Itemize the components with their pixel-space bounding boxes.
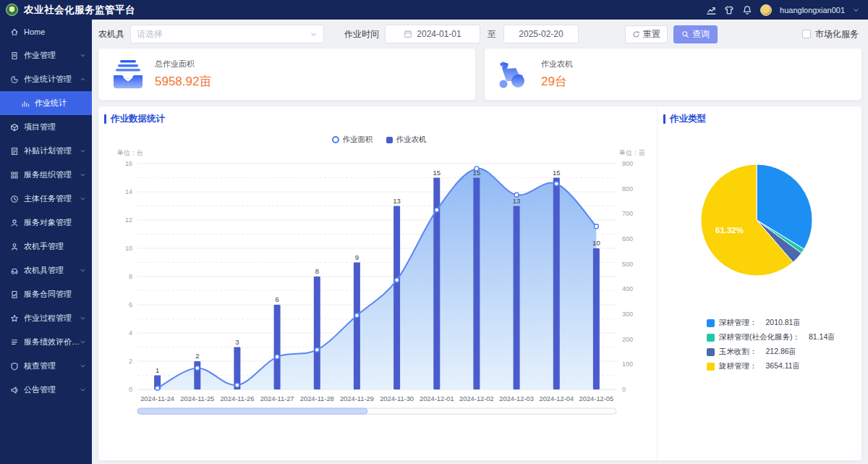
svg-text:6: 6 <box>275 295 278 303</box>
sidebar-item-work-mgmt[interactable]: 作业管理 <box>0 43 92 67</box>
svg-text:2024-12-04: 2024-12-04 <box>540 395 574 402</box>
bar-2024-11-27[interactable] <box>274 305 281 389</box>
chart-icon <box>10 75 19 84</box>
sidebar-item-project-mgmt[interactable]: 项目管理 <box>0 115 92 139</box>
bar-2024-11-28[interactable] <box>314 277 320 389</box>
legend-item-area[interactable]: 作业面积 <box>332 135 373 145</box>
calendar-icon <box>404 30 412 38</box>
sidebar-item-machinery-mgmt[interactable]: 农机具管理 <box>0 258 92 282</box>
sidebar-item-work-process-mgmt[interactable]: 作业过程管理 <box>0 306 92 330</box>
marker-2024-11-30[interactable] <box>395 278 399 282</box>
query-button[interactable]: 查询 <box>673 25 718 43</box>
task-icon <box>10 195 19 203</box>
chevron-down-icon <box>310 30 318 38</box>
machine-filter-label: 农机具 <box>98 28 124 41</box>
chevron-down-icon[interactable] <box>853 7 859 13</box>
chevron-down-icon <box>80 52 86 59</box>
marker-2024-11-25[interactable] <box>195 366 200 371</box>
market-service-checkbox[interactable] <box>802 30 811 38</box>
svg-text:2024-11-28: 2024-11-28 <box>300 395 334 402</box>
app-root: 农业社会化服务监管平台 huanglongxian001 Home作业管理作业统… <box>0 0 868 464</box>
legend-item-bar[interactable]: 作业农机 <box>386 135 427 145</box>
pie-chart[interactable]: 61.32% <box>663 128 854 311</box>
svg-text:2024-12-02: 2024-12-02 <box>459 395 494 402</box>
area-series[interactable] <box>158 169 597 389</box>
sidebar-item-machine-operator-mgmt[interactable]: 农机手管理 <box>0 235 92 258</box>
marker-2024-12-01[interactable] <box>435 208 439 212</box>
combo-chart[interactable]: 0246810121416010020030040050060070080090… <box>104 146 654 439</box>
main-content: 农机具 请选择 作业时间 2024-01-01 至 2025-02-20 重置 … <box>92 20 868 464</box>
sidebar-item-label: 服务组织管理 <box>24 169 72 180</box>
sidebar-item-subsidy-plan-mgmt[interactable]: 补贴计划管理 <box>0 139 92 163</box>
bar-2024-12-03[interactable] <box>514 206 520 390</box>
top-bar: 农业社会化服务监管平台 huanglongxian001 <box>0 0 868 20</box>
sidebar-item-subject-task-mgmt[interactable]: 主体任务管理 <box>0 187 92 211</box>
svg-text:15: 15 <box>553 169 561 177</box>
sidebar-item-service-object-mgmt[interactable]: 服务对象管理 <box>0 211 92 235</box>
check-icon <box>10 362 19 371</box>
marker-2024-12-05[interactable] <box>594 224 598 229</box>
sidebar-item-work-stat[interactable]: 作业统计 <box>0 91 92 115</box>
chevron-down-icon <box>80 363 86 369</box>
svg-text:8: 8 <box>315 267 319 275</box>
avatar[interactable] <box>760 4 772 16</box>
sidebar-item-verify-mgmt[interactable]: 核查管理 <box>0 354 92 378</box>
marker-2024-12-02[interactable] <box>475 166 479 171</box>
filter-bar: 农机具 请选择 作业时间 2024-01-01 至 2025-02-20 重置 … <box>98 23 861 45</box>
sidebar-item-service-org-mgmt[interactable]: 服务组织管理 <box>0 163 92 187</box>
date-end-input[interactable]: 2025-02-20 <box>503 25 579 43</box>
sidebar-item-work-stat-mgmt[interactable]: 作业统计管理 <box>0 67 92 91</box>
sidebar-item-notice-mgmt[interactable]: 公告管理 <box>0 378 92 402</box>
legend-swatch-icon <box>707 348 715 356</box>
evaluate-icon <box>10 338 19 347</box>
machine-count-value: 29台 <box>541 73 573 90</box>
legend-swatch-icon <box>707 334 715 342</box>
sidebar-item-home[interactable]: Home <box>0 20 92 43</box>
sidebar-item-label: Home <box>24 28 45 36</box>
pie-legend-item-1[interactable]: 深耕管理(社会化服务)：81.14亩 <box>707 332 854 342</box>
marker-2024-11-24[interactable] <box>156 386 160 390</box>
date-start-input[interactable]: 2024-01-01 <box>385 25 480 43</box>
bar-2024-12-04[interactable] <box>553 178 560 390</box>
doc-icon <box>10 51 19 60</box>
machine-select[interactable]: 请选择 <box>130 25 324 43</box>
bell-icon[interactable] <box>742 5 752 15</box>
date-start-value: 2024-01-01 <box>417 29 461 39</box>
range-separator: 至 <box>488 28 496 41</box>
username[interactable]: huanglongxian001 <box>780 6 845 14</box>
sidebar-menu: Home作业管理作业统计管理作业统计项目管理补贴计划管理服务组织管理主体任务管理… <box>0 20 92 402</box>
machine-count-card: 作业农机 29台 <box>485 48 861 100</box>
svg-text:2024-11-26: 2024-11-26 <box>220 395 254 402</box>
sidebar-item-service-contract-mgmt[interactable]: 服务合同管理 <box>0 282 92 306</box>
pie-legend-item-3[interactable]: 旋耕管理：3654.11亩 <box>707 361 854 371</box>
marker-2024-12-04[interactable] <box>554 182 558 186</box>
bar-2024-11-29[interactable] <box>354 263 360 390</box>
sidebar-item-label: 服务对象管理 <box>24 217 72 228</box>
reset-button[interactable]: 重置 <box>625 25 668 43</box>
svg-text:400: 400 <box>622 285 633 292</box>
users-icon <box>10 219 19 227</box>
market-service-toggle[interactable]: 市场化服务 <box>802 28 861 41</box>
pie-legend-item-0[interactable]: 深耕管理：2010.81亩 <box>707 318 854 328</box>
marker-2024-12-03[interactable] <box>514 193 519 197</box>
bar-2024-11-30[interactable] <box>393 206 400 390</box>
chevron-down-icon <box>80 172 86 178</box>
chevron-up-icon <box>80 76 86 83</box>
sidebar-item-label: 作业统计 <box>35 98 67 109</box>
bar-2024-12-05[interactable] <box>593 248 600 389</box>
marker-2024-11-27[interactable] <box>275 355 279 359</box>
zoom-slider-thumb[interactable] <box>137 408 367 414</box>
theme-tee-icon[interactable] <box>724 5 734 15</box>
pie-legend-item-2[interactable]: 玉米收割：212.86亩 <box>707 347 854 357</box>
sidebar-item-service-eval-mgmt[interactable]: 服务绩效评价管理 <box>0 330 92 354</box>
plan-icon <box>10 147 19 156</box>
chevron-down-icon <box>80 315 86 321</box>
marker-2024-11-28[interactable] <box>315 347 319 352</box>
marker-2024-11-26[interactable] <box>235 383 239 387</box>
bar-2024-12-02[interactable] <box>473 178 480 390</box>
marker-2024-11-29[interactable] <box>354 313 359 318</box>
total-area-label: 总作业面积 <box>155 59 211 69</box>
svg-text:2024-12-01: 2024-12-01 <box>420 395 454 402</box>
trend-chart-icon[interactable] <box>706 5 716 15</box>
svg-text:200: 200 <box>622 336 633 343</box>
